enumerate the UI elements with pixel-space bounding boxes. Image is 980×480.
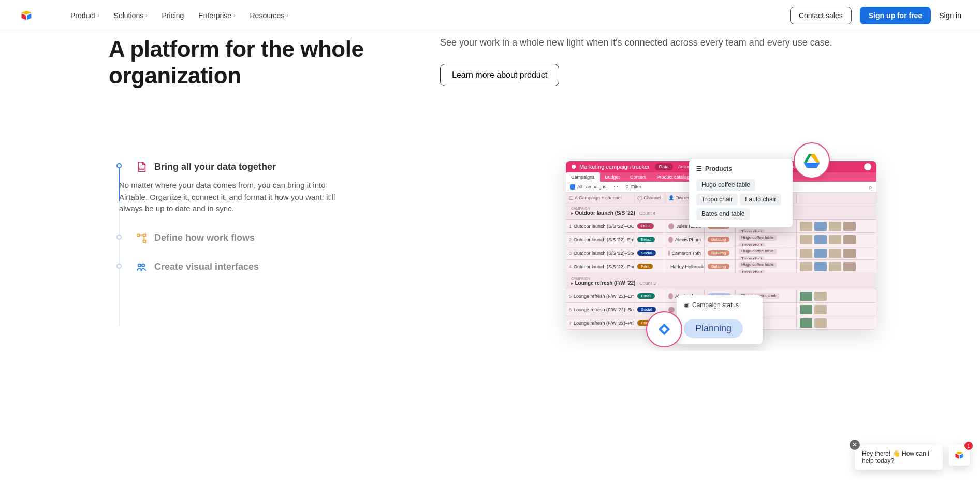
feature-item-data[interactable]: CSV Bring all your data together No matt…	[119, 161, 337, 215]
svg-point-7	[138, 264, 141, 266]
feature-desc: No matter where your data comes from, yo…	[119, 180, 337, 215]
search-icon[interactable]: ⌕	[869, 184, 872, 190]
status-popover: ◉Campaign status Planning	[677, 295, 763, 344]
hero-section: A platform for the whole organization Se…	[0, 31, 980, 89]
app-title: Marketing campaign tracker	[571, 164, 650, 170]
feature-title: Create visual interfaces	[154, 261, 259, 272]
nav-item-enterprise[interactable]: Enterprise›	[198, 11, 235, 20]
signin-link[interactable]: Sign in	[939, 11, 961, 20]
feature-item-interfaces[interactable]: Create visual interfaces	[119, 261, 337, 273]
hero-title: A platform for the whole organization	[109, 36, 399, 89]
svg-rect-4	[137, 234, 140, 236]
svg-marker-2	[27, 13, 31, 20]
feature-dot	[116, 235, 122, 240]
chevron-right-icon: ›	[233, 12, 235, 18]
contact-sales-button[interactable]: Contact sales	[790, 7, 852, 24]
hero-subtitle: See your work in a whole new light when …	[440, 36, 939, 49]
status-value: Planning	[684, 319, 743, 338]
app-avatar[interactable]	[864, 163, 871, 170]
svg-rect-5	[143, 234, 146, 236]
table-row[interactable]: 4Outdoor launch (S/S '22)–PrintPrintHarl…	[566, 260, 876, 273]
svg-marker-1	[22, 13, 26, 20]
product-tag[interactable]: Tropo chair	[696, 194, 738, 205]
nav-item-solutions[interactable]: Solutions›	[114, 11, 148, 20]
users-icon	[136, 261, 147, 273]
app-tab[interactable]: Campaigns	[566, 172, 600, 182]
workflow-icon	[136, 232, 147, 244]
chevron-right-icon: ›	[145, 12, 147, 18]
product-tag[interactable]: Hugo coffee table	[696, 179, 755, 191]
feature-dot	[116, 264, 122, 269]
filter-button[interactable]: ⚲ Filter	[625, 184, 641, 190]
svg-point-8	[142, 264, 145, 266]
app-tab[interactable]: Content	[625, 172, 652, 182]
svg-marker-11	[803, 163, 820, 168]
google-drive-badge	[794, 142, 830, 179]
svg-text:CSV: CSV	[139, 168, 145, 171]
status-dot-icon: ◉	[684, 301, 689, 309]
nav-actions: Contact sales Sign up for free Sign in	[790, 7, 961, 24]
feature-title: Define how work flows	[154, 232, 255, 243]
product-tag[interactable]: Bates end table	[696, 208, 750, 220]
nav-item-product[interactable]: Product›	[70, 11, 99, 20]
jira-badge	[646, 311, 682, 347]
main-nav: Product›Solutions›PricingEnterprise›Reso…	[70, 11, 288, 20]
top-nav: Product›Solutions›PricingEnterprise›Reso…	[0, 0, 980, 31]
signup-button[interactable]: Sign up for free	[860, 7, 931, 24]
feature-item-flows[interactable]: Define how work flows	[119, 232, 337, 244]
csv-icon: CSV	[136, 161, 147, 172]
app-preview: Marketing campaign tracker Data Automati…	[566, 161, 876, 330]
feature-dot	[116, 163, 122, 168]
feature-list: CSV Bring all your data together No matt…	[119, 161, 337, 330]
toolbar-more-icon[interactable]: ⋯	[613, 184, 618, 190]
app-mode-pill[interactable]: Data	[655, 163, 673, 170]
nav-item-resources[interactable]: Resources›	[250, 11, 288, 20]
app-tab[interactable]: Product catalog	[652, 172, 695, 182]
feature-title: Bring all your data together	[154, 162, 276, 172]
learn-more-button[interactable]: Learn more about product	[440, 64, 559, 86]
svg-marker-0	[22, 10, 32, 14]
chevron-right-icon: ›	[286, 12, 288, 18]
table-row[interactable]: 3Outdoor launch (S/S '22)–SocialSocialCa…	[566, 246, 876, 260]
airtable-logo[interactable]	[19, 8, 34, 23]
list-icon: ☰	[696, 165, 702, 172]
chevron-right-icon: ›	[97, 12, 99, 18]
products-popover: ☰Products Hugo coffee tableTropo chairFa…	[689, 159, 793, 227]
svg-point-12	[572, 165, 576, 169]
table-row[interactable]: 2Outdoor launch (S/S '22)–EmailEmailAlex…	[566, 233, 876, 246]
svg-rect-6	[143, 240, 146, 242]
group-header[interactable]: CAMPAIGN▸ Lounge refresh (F/W '22)Count …	[566, 273, 876, 289]
view-switcher[interactable]: All campaigns	[570, 184, 606, 190]
product-tag[interactable]: Fauto chair	[740, 194, 781, 205]
app-tab[interactable]: Budget	[600, 172, 625, 182]
svg-marker-10	[803, 154, 812, 163]
nav-item-pricing[interactable]: Pricing	[162, 11, 184, 20]
content-section: CSV Bring all your data together No matt…	[0, 89, 980, 351]
